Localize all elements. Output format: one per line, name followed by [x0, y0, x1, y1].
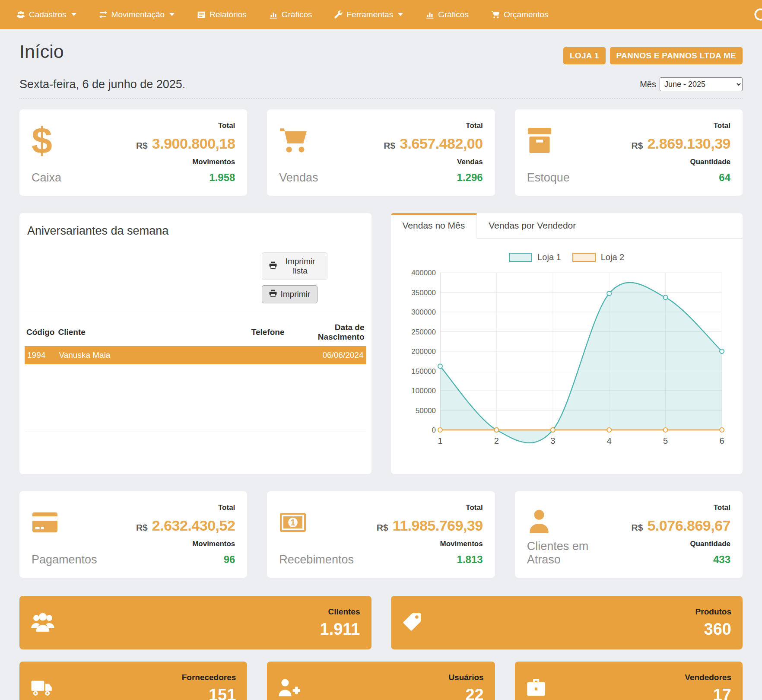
person-icon — [527, 503, 600, 540]
svg-text:2: 2 — [494, 436, 498, 445]
svg-text:4: 4 — [606, 436, 611, 445]
sales-chart-panel: Vendas no Mês Vendas por Vendedor Loja 1… — [391, 213, 743, 474]
currency-prefix: R$ — [384, 140, 395, 151]
nav-cadastros[interactable]: Cadastros — [16, 10, 76, 19]
top-navigation: Cadastros Movimentação Relatórios Gráfic… — [0, 0, 762, 29]
tab-vendas-por-vendedor[interactable]: Vendas por Vendedor — [477, 213, 587, 239]
count-label: Movimentos — [192, 158, 235, 166]
svg-text:150000: 150000 — [411, 367, 436, 375]
nav-graficos-1[interactable]: Gráficos — [269, 10, 312, 19]
svg-text:400000: 400000 — [411, 269, 436, 277]
nav-orcamentos[interactable]: Orçamentos — [491, 10, 548, 19]
svg-text:6: 6 — [719, 436, 724, 445]
cell-nascimento: 06/06/2024 — [286, 346, 366, 364]
total-label: Total — [466, 121, 483, 130]
caret-down-icon — [169, 13, 175, 16]
count-label: Quantidade — [690, 158, 730, 166]
tag-icon — [402, 612, 422, 633]
svg-text:200000: 200000 — [411, 347, 436, 356]
currency-prefix: R$ — [136, 522, 148, 533]
svg-text:300000: 300000 — [411, 308, 436, 316]
total-amount: 5.076.869,67 — [647, 517, 730, 534]
currency-prefix: R$ — [377, 522, 388, 533]
count-label: Movimentos — [440, 540, 483, 548]
store-badges: LOJA 1 PANNOS E PANNOS LTDA ME — [563, 47, 743, 64]
birthdays-table: Código Cliente Telefone Data de Nascimen… — [25, 318, 366, 364]
currency-prefix: R$ — [632, 522, 643, 533]
nav-relatorios[interactable]: Relatórios — [197, 10, 247, 19]
stat-card-title: Estoque — [527, 171, 570, 185]
nav-movimentacao[interactable]: Movimentação — [99, 10, 175, 19]
table-row[interactable]: 1994 Vanuska Maia 06/06/2024 — [25, 346, 366, 364]
svg-text:1: 1 — [291, 518, 295, 527]
month-select[interactable]: June - 2025 — [660, 77, 743, 91]
count-value: 1.813 — [457, 554, 483, 566]
stat-card-caixa: $ Caixa Total R$3.900.800,18 Movimentos … — [19, 109, 247, 196]
total-amount: 3.900.800,18 — [152, 135, 235, 152]
banner-value: 17 — [685, 686, 731, 700]
dollar-icon: $ — [32, 121, 61, 160]
data-point — [663, 295, 667, 299]
col-header-telefone: Telefone — [241, 318, 286, 346]
banner-fornecedores[interactable]: Fornecedores 151 — [19, 662, 247, 700]
tab-vendas-no-mes[interactable]: Vendas no Mês — [391, 213, 477, 239]
banner-usuarios[interactable]: Usuários 22 — [267, 662, 495, 700]
nav-item-label: Gráficos — [438, 10, 469, 19]
banner-clientes[interactable]: Clientes 1.911 — [19, 596, 371, 649]
currency-prefix: R$ — [136, 140, 148, 151]
truck-icon — [31, 678, 52, 698]
legend-label: Loja 2 — [601, 252, 625, 262]
banner-value: 360 — [695, 620, 731, 639]
data-point — [494, 428, 498, 432]
count-label: Vendas — [457, 158, 483, 166]
bar-chart-icon — [269, 11, 278, 19]
print-list-button[interactable]: Imprimir lista — [262, 252, 327, 280]
cell-codigo: 1994 — [25, 346, 56, 364]
svg-text:50000: 50000 — [415, 407, 435, 415]
printer-icon — [269, 290, 277, 299]
data-point — [438, 428, 442, 432]
stat-card-vendas: Vendas Total R$3.657.482,00 Vendas 1.296 — [267, 109, 495, 196]
count-value: 1.958 — [209, 172, 235, 184]
caret-down-icon — [398, 13, 403, 16]
credit-card-icon — [32, 503, 97, 542]
chart-tabs: Vendas no Mês Vendas por Vendedor — [391, 213, 743, 239]
chart-svg: 0500001000001500002000002500003000003500… — [399, 264, 729, 452]
stat-card-title: Vendas — [279, 171, 318, 185]
svg-text:0: 0 — [432, 426, 435, 434]
legend-label: Loja 1 — [537, 252, 561, 262]
user-plus-icon — [278, 678, 301, 699]
banner-vendedores[interactable]: Vendedores 17 — [515, 662, 743, 700]
banner-produtos[interactable]: Produtos 360 — [391, 596, 743, 649]
svg-text:3: 3 — [550, 436, 555, 445]
divider — [19, 98, 743, 99]
svg-text:100000: 100000 — [411, 387, 436, 395]
count-value: 64 — [719, 172, 730, 184]
print-button[interactable]: Imprimir — [262, 285, 318, 303]
banner-value: 1.911 — [320, 620, 360, 639]
currency-prefix: R$ — [632, 140, 643, 151]
svg-text:350000: 350000 — [411, 289, 436, 297]
print-label: Imprimir — [281, 290, 311, 299]
data-point — [607, 291, 611, 296]
total-label: Total — [466, 503, 483, 512]
nav-ferramentas[interactable]: Ferramentas — [334, 10, 403, 19]
current-date: Sexta-feira, 6 de junho de 2025. — [19, 78, 185, 91]
stat-card-title: Clientes em Atraso — [527, 540, 600, 566]
nav-graficos-2[interactable]: Gráficos — [425, 10, 469, 19]
company-badge[interactable]: PANNOS E PANNOS LTDA ME — [610, 47, 743, 64]
stat-card-title: Recebimentos — [279, 553, 352, 566]
legend-item-loja1[interactable]: Loja 1 — [509, 252, 561, 262]
banner-label: Vendedores — [685, 673, 731, 682]
banner-label: Clientes — [320, 607, 360, 617]
nav-item-label: Cadastros — [29, 10, 67, 19]
store-badge[interactable]: LOJA 1 — [563, 47, 606, 64]
stat-card-estoque: Estoque Total R$2.869.130,39 Quantidade … — [515, 109, 743, 196]
exchange-icon — [99, 11, 108, 19]
total-amount: 3.657.482,00 — [400, 135, 483, 152]
legend-item-loja2[interactable]: Loja 2 — [572, 252, 625, 262]
svg-text:1: 1 — [438, 436, 442, 445]
legend-swatch-loja1 — [509, 253, 532, 262]
refresh-icon[interactable] — [752, 8, 762, 23]
stat-card-title: Pagamentos — [32, 553, 97, 566]
